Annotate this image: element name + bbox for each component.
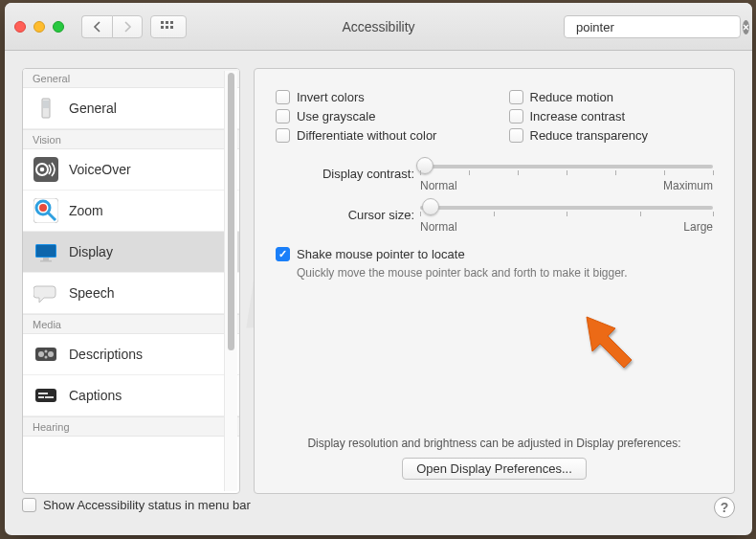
contrast-min-label: Normal xyxy=(420,179,457,192)
svg-rect-1 xyxy=(166,21,168,24)
svg-point-17 xyxy=(39,204,47,212)
cursor-slider-row: Cursor size: NormalLarge xyxy=(276,206,713,234)
sidebar-item-label: Descriptions xyxy=(69,347,143,362)
svg-point-24 xyxy=(38,351,44,357)
footer: Show Accessibility status in menu bar ? xyxy=(22,497,735,518)
sidebar-scrollbar[interactable] xyxy=(224,71,237,491)
sidebar-group-general: General xyxy=(23,69,239,88)
contrast-slider-row: Display contrast: NormalMaximum xyxy=(276,165,713,192)
captions-icon xyxy=(33,382,59,409)
prefs-window: Accessibility pcrisk.com General General… xyxy=(5,3,752,535)
titlebar: Accessibility xyxy=(5,3,752,51)
grayscale-row[interactable]: Use grayscale xyxy=(276,109,480,124)
chevron-right-icon xyxy=(123,21,132,33)
svg-rect-30 xyxy=(45,396,54,398)
back-button[interactable] xyxy=(81,15,112,38)
svg-rect-2 xyxy=(170,21,173,24)
cursor-slider[interactable] xyxy=(420,206,713,210)
svg-rect-3 xyxy=(161,26,164,29)
minimize-button[interactable] xyxy=(33,21,45,33)
traffic-lights xyxy=(14,21,64,33)
cursor-max-label: Large xyxy=(683,220,713,234)
nav-buttons xyxy=(81,15,143,38)
sidebar-group-hearing: Hearing xyxy=(23,416,239,437)
sidebar-item-label: Display xyxy=(69,244,113,259)
svg-rect-11 xyxy=(43,101,49,108)
sidebar-item-zoom[interactable]: Zoom xyxy=(23,191,239,232)
svg-rect-29 xyxy=(38,396,44,398)
checkbox-label: Differentiate without color xyxy=(297,128,436,143)
sidebar-item-speech[interactable]: Speech xyxy=(23,273,239,314)
svg-point-14 xyxy=(40,168,45,172)
speech-icon xyxy=(33,280,59,306)
open-display-prefs-button[interactable]: Open Display Preferences... xyxy=(402,458,587,480)
contrast-max-label: Maximum xyxy=(663,179,713,192)
svg-point-27 xyxy=(45,356,48,359)
grayscale-checkbox[interactable] xyxy=(276,109,290,124)
checkbox-label: Increase contrast xyxy=(530,109,626,124)
zoom-icon xyxy=(33,197,59,224)
close-icon xyxy=(743,24,749,31)
increase-contrast-row[interactable]: Increase contrast xyxy=(509,109,714,124)
checkbox-label: Use grayscale xyxy=(297,109,375,124)
chevron-left-icon xyxy=(93,21,101,33)
invert-colors-row[interactable]: Invert colors xyxy=(276,90,480,104)
sidebar-item-label: General xyxy=(69,101,117,116)
checkbox-label: Reduce motion xyxy=(530,90,613,104)
forward-button[interactable] xyxy=(112,15,143,38)
svg-rect-5 xyxy=(170,26,173,29)
svg-rect-20 xyxy=(36,245,56,257)
sidebar-item-descriptions[interactable]: Descriptions xyxy=(23,334,239,375)
checkbox-label: Shake mouse pointer to locate xyxy=(297,247,465,261)
search-input[interactable] xyxy=(576,20,737,34)
checkbox-label: Reduce transparency xyxy=(530,128,649,143)
contrast-slider[interactable] xyxy=(420,165,713,168)
menubar-status-checkbox[interactable] xyxy=(22,498,36,512)
shake-pointer-row[interactable]: ✓ Shake mouse pointer to locate xyxy=(276,247,713,261)
sidebar-group-media: Media xyxy=(23,314,239,334)
show-all-button[interactable] xyxy=(150,15,187,38)
sidebar-item-label: VoiceOver xyxy=(69,162,131,177)
sidebar-item-label: Zoom xyxy=(69,203,103,218)
scrollbar-thumb[interactable] xyxy=(228,73,234,350)
sidebar-item-captions[interactable]: Captions xyxy=(23,375,239,416)
checkbox-label: Invert colors xyxy=(297,90,365,104)
invert-colors-checkbox[interactable] xyxy=(276,90,290,104)
window-body: pcrisk.com General General Vision VoiceO… xyxy=(5,51,752,535)
voiceover-icon xyxy=(33,156,59,183)
checkbox-label: Show Accessibility status in menu bar xyxy=(43,498,251,512)
close-button[interactable] xyxy=(14,21,26,33)
reduce-motion-checkbox[interactable] xyxy=(509,90,523,104)
display-icon xyxy=(33,238,59,265)
sidebar-group-vision: Vision xyxy=(23,129,239,149)
sidebar-item-label: Speech xyxy=(69,285,114,301)
differentiate-checkbox[interactable] xyxy=(276,128,290,143)
differentiate-row[interactable]: Differentiate without color xyxy=(276,128,480,143)
contrast-label: Display contrast: xyxy=(276,165,414,181)
cursor-label: Cursor size: xyxy=(276,206,414,222)
shake-pointer-checkbox[interactable]: ✓ xyxy=(276,247,290,261)
display-prefs-hint: Display resolution and brightness can be… xyxy=(276,437,713,450)
svg-rect-21 xyxy=(43,258,49,260)
maximize-button[interactable] xyxy=(53,21,64,33)
sidebar-item-display[interactable]: Display xyxy=(23,232,239,273)
increase-contrast-checkbox[interactable] xyxy=(509,109,523,124)
search-field[interactable] xyxy=(564,15,741,38)
clear-search-button[interactable] xyxy=(743,20,749,34)
cursor-min-label: Normal xyxy=(420,220,457,234)
help-button[interactable]: ? xyxy=(714,497,735,518)
general-icon xyxy=(33,95,59,122)
sidebar-item-general[interactable]: General xyxy=(23,88,239,129)
window-title: Accessibility xyxy=(342,19,414,34)
svg-rect-28 xyxy=(35,389,56,402)
main-panel: Invert colors Use grayscale Differentiat… xyxy=(254,68,735,494)
menubar-status-row[interactable]: Show Accessibility status in menu bar xyxy=(22,498,251,512)
descriptions-icon xyxy=(33,341,59,368)
reduce-transparency-checkbox[interactable] xyxy=(509,128,523,143)
reduce-motion-row[interactable]: Reduce motion xyxy=(509,90,714,104)
svg-rect-4 xyxy=(166,26,168,29)
sidebar: General General Vision VoiceOver Zoom Di… xyxy=(22,68,240,494)
sidebar-item-voiceover[interactable]: VoiceOver xyxy=(23,149,239,191)
svg-rect-31 xyxy=(38,393,48,394)
reduce-transparency-row[interactable]: Reduce transparency xyxy=(509,128,714,143)
